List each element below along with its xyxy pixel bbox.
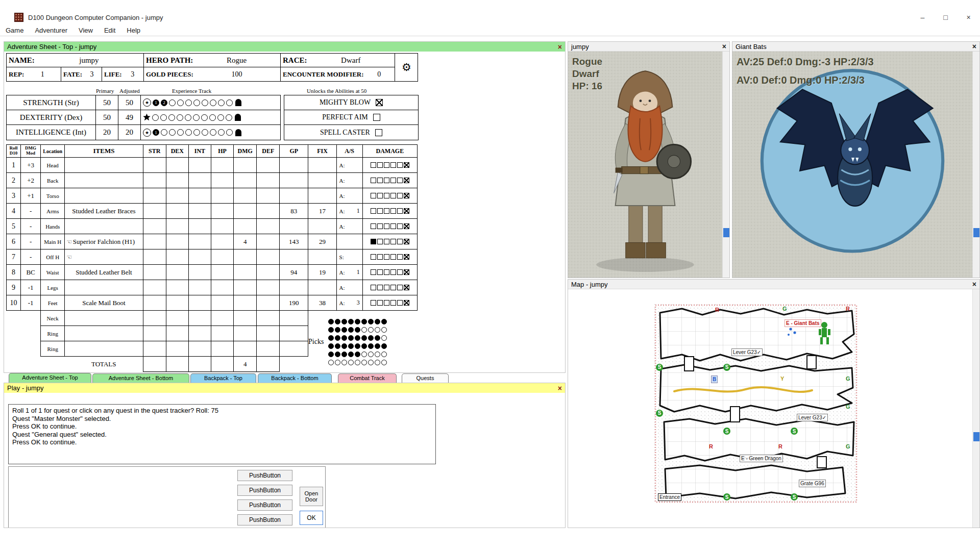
damage-box[interactable]	[384, 254, 389, 260]
damage-box[interactable]	[390, 239, 396, 244]
pick-circle[interactable]	[375, 352, 380, 357]
damage-box[interactable]	[371, 208, 376, 214]
ability-checkbox[interactable]	[376, 99, 383, 106]
play-titlebar[interactable]: Play - jumpy ×	[4, 383, 565, 393]
attribute-primary[interactable]: 50	[96, 95, 118, 110]
pick-circle[interactable]	[375, 327, 380, 333]
item-name-cell[interactable]	[65, 280, 143, 295]
experience-pip[interactable]	[177, 129, 184, 136]
sheet-tab[interactable]: Backpack - Bottom	[258, 373, 332, 383]
monster-scrollbar[interactable]	[972, 52, 979, 278]
pick-circle[interactable]	[361, 335, 367, 341]
gold-cell[interactable]: GOLD PIECES: 100	[144, 67, 281, 81]
item-as-cell[interactable]: A: 1	[336, 204, 362, 219]
pick-circle[interactable]	[355, 343, 360, 349]
damage-box[interactable]	[390, 193, 396, 198]
damage-destroy-box[interactable]	[404, 178, 409, 183]
menu-item[interactable]: Adventurer	[29, 27, 73, 34]
pick-circle[interactable]	[328, 319, 334, 324]
damage-box[interactable]	[377, 239, 383, 244]
damage-box[interactable]	[397, 239, 403, 244]
damage-box[interactable]	[390, 254, 396, 260]
damage-destroy-box[interactable]	[404, 300, 409, 306]
experience-pip[interactable]	[210, 129, 216, 136]
item-as-cell[interactable]: A: 3	[336, 295, 362, 311]
experience-pip[interactable]	[210, 99, 216, 106]
pick-circle[interactable]	[381, 360, 387, 365]
pick-circle[interactable]	[328, 327, 334, 333]
damage-destroy-box[interactable]	[404, 162, 409, 168]
pick-circle[interactable]	[328, 352, 334, 357]
experience-pip[interactable]	[217, 114, 224, 121]
pick-circle[interactable]	[381, 319, 387, 324]
attribute-primary[interactable]: 50	[96, 110, 118, 124]
damage-box[interactable]	[397, 300, 403, 306]
pick-circle[interactable]	[361, 319, 367, 324]
push-button[interactable]: PushButton	[237, 470, 292, 481]
fate-cell[interactable]: FATE: 3	[61, 67, 102, 81]
ability-checkbox[interactable]	[375, 129, 382, 136]
item-name-cell[interactable]	[65, 341, 143, 357]
map-titlebar[interactable]: Map - jumpy ×	[568, 280, 979, 289]
damage-destroy-box[interactable]	[404, 223, 409, 229]
close-icon[interactable]: ×	[972, 281, 976, 288]
damage-box[interactable]	[371, 193, 376, 198]
damage-box[interactable]	[371, 239, 376, 244]
item-as-cell[interactable]: A:	[336, 219, 362, 234]
ability-row[interactable]: MIGHTY BLOW	[284, 95, 418, 110]
sheet-tab[interactable]: Quests	[402, 373, 449, 383]
pick-circle[interactable]	[361, 343, 367, 349]
name-cell[interactable]: NAME: jumpy	[7, 54, 144, 67]
item-name-cell[interactable]	[65, 326, 143, 341]
experience-pip[interactable]	[209, 114, 216, 121]
damage-box[interactable]	[377, 254, 383, 260]
ability-checkbox[interactable]	[373, 114, 380, 121]
pick-circle[interactable]	[335, 327, 340, 333]
close-button[interactable]: ×	[957, 10, 980, 24]
experience-pip[interactable]: 1	[153, 99, 159, 106]
pick-circle[interactable]	[355, 327, 360, 333]
experience-pip[interactable]	[168, 114, 175, 121]
item-as-cell[interactable]: A:	[336, 188, 362, 204]
pick-circle[interactable]	[341, 327, 347, 333]
item-name-cell[interactable]	[65, 173, 143, 188]
dungeon-map[interactable]: RGRE - Giant BatsLever G23✓SSBYGSGLever …	[654, 304, 858, 504]
item-as-cell[interactable]: A:	[336, 158, 362, 173]
damage-box[interactable]	[390, 223, 396, 229]
damage-destroy-box[interactable]	[404, 254, 409, 260]
experience-pip[interactable]	[152, 114, 159, 121]
damage-destroy-box[interactable]	[404, 285, 409, 290]
item-name-cell[interactable]: Studded Leather Braces	[65, 204, 143, 219]
damage-destroy-box[interactable]	[404, 239, 409, 244]
pick-circle[interactable]	[355, 335, 360, 341]
experience-pip[interactable]	[226, 99, 233, 106]
pick-circle[interactable]	[348, 343, 354, 349]
damage-box[interactable]	[377, 300, 383, 306]
damage-box[interactable]	[371, 162, 376, 168]
pick-circle[interactable]	[341, 335, 347, 341]
close-icon[interactable]: ×	[558, 43, 562, 51]
damage-box[interactable]	[371, 223, 376, 229]
damage-box[interactable]	[390, 300, 396, 306]
experience-pip[interactable]	[193, 99, 200, 106]
damage-box[interactable]	[384, 300, 389, 306]
damage-box[interactable]	[377, 193, 383, 198]
item-as-cell[interactable]: A: 1	[336, 265, 362, 280]
pick-circle[interactable]	[348, 327, 354, 333]
experience-pip[interactable]	[218, 99, 225, 106]
pick-circle[interactable]	[361, 360, 367, 365]
pick-circle[interactable]	[348, 319, 354, 324]
damage-destroy-box[interactable]	[404, 269, 409, 275]
push-button[interactable]: PushButton	[237, 485, 292, 496]
menu-item[interactable]: View	[73, 27, 99, 34]
character-titlebar[interactable]: jumpy ×	[568, 42, 729, 52]
ok-button[interactable]: OK	[300, 511, 323, 525]
pick-circle[interactable]	[368, 319, 374, 324]
experience-pip[interactable]	[160, 114, 167, 121]
race-cell[interactable]: RACE: Dwarf	[281, 54, 395, 67]
pick-circle[interactable]	[355, 360, 360, 365]
damage-box[interactable]	[397, 208, 403, 214]
damage-box[interactable]	[384, 223, 389, 229]
damage-box[interactable]	[384, 239, 389, 244]
damage-box[interactable]	[377, 208, 383, 214]
